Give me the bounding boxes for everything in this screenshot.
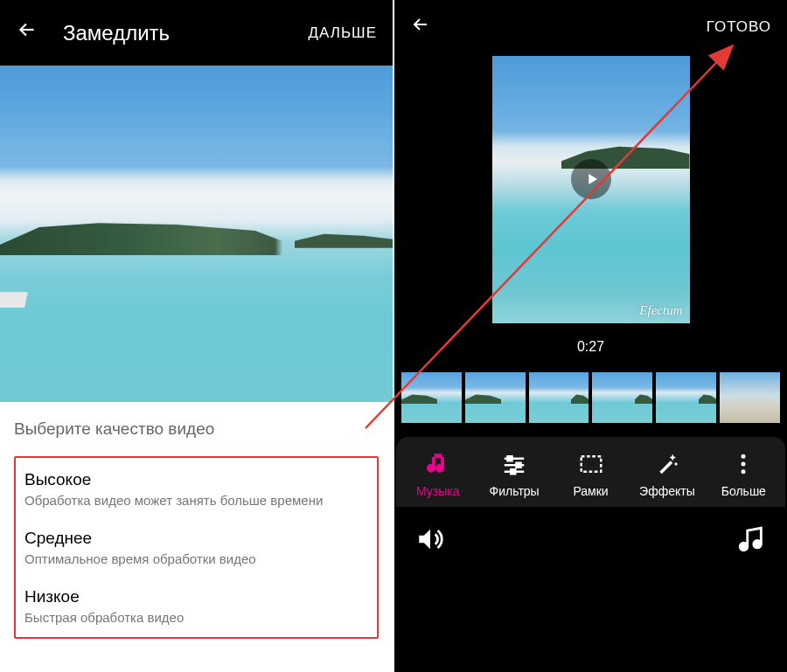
tool-effects[interactable]: Эффекты	[629, 449, 705, 498]
done-button[interactable]: ГОТОВО	[707, 18, 771, 36]
back-arrow-icon[interactable]	[16, 18, 38, 47]
screen-title: Замедлить	[63, 21, 170, 45]
volume-icon[interactable]	[415, 524, 445, 558]
frame-icon	[553, 449, 629, 479]
svg-point-9	[742, 469, 746, 474]
more-vertical-icon	[706, 449, 782, 479]
thumbnail[interactable]	[401, 372, 462, 423]
svg-rect-1	[508, 456, 512, 461]
tool-bar: Музыка Фильтры Рамки	[396, 437, 785, 507]
quality-option-low[interactable]: Низкое Быстрая обработка видео	[24, 587, 368, 625]
quality-panel-title: Выберите качество видео	[14, 419, 379, 439]
thumbnail[interactable]	[592, 372, 652, 423]
editor-screen: ГОТОВО Efectum 0:27 Музыка	[394, 0, 787, 672]
next-button[interactable]: ДАЛЬШЕ	[309, 24, 377, 42]
thumbnail[interactable]	[656, 372, 716, 423]
quality-option-medium[interactable]: Среднее Оптимальное время обработки виде…	[24, 529, 368, 566]
magic-wand-icon	[629, 449, 705, 479]
back-arrow-icon[interactable]	[410, 14, 431, 40]
svg-point-10	[740, 543, 748, 551]
filmstrip[interactable]	[394, 355, 787, 437]
option-name: Низкое	[24, 587, 368, 606]
video-preview[interactable]	[0, 66, 393, 402]
thumbnail[interactable]	[529, 372, 589, 423]
music-note-icon	[400, 449, 476, 479]
thumbnail[interactable]	[720, 372, 780, 423]
quality-select-screen: Замедлить ДАЛЬШЕ Выберите качество видео…	[0, 0, 394, 672]
svg-point-8	[742, 462, 746, 467]
option-name: Среднее	[24, 529, 368, 548]
tool-more[interactable]: Больше	[706, 449, 782, 498]
svg-point-7	[742, 454, 746, 459]
option-name: Высокое	[24, 470, 368, 489]
tool-label: Эффекты	[629, 484, 705, 498]
video-preview[interactable]: Efectum	[492, 56, 690, 323]
svg-rect-6	[581, 456, 601, 472]
option-desc: Быстрая обработка видео	[24, 610, 368, 625]
play-button[interactable]	[571, 159, 611, 199]
preview-area: Efectum	[394, 54, 787, 323]
tool-label: Музыка	[400, 484, 476, 498]
watermark: Efectum	[639, 303, 682, 318]
tool-filters[interactable]: Фильтры	[476, 449, 552, 498]
svg-point-11	[754, 540, 762, 548]
quality-options: Высокое Обработка видео может занять бол…	[14, 456, 379, 639]
preview-decor	[295, 231, 393, 248]
thumbnail[interactable]	[465, 372, 526, 423]
tool-frames[interactable]: Рамки	[553, 449, 629, 498]
option-desc: Оптимальное время обработки видео	[24, 551, 368, 566]
tool-label: Рамки	[553, 484, 629, 498]
tool-music[interactable]: Музыка	[400, 449, 476, 498]
svg-rect-3	[517, 463, 521, 468]
bottom-bar	[394, 507, 787, 580]
quality-option-high[interactable]: Высокое Обработка видео может занять бол…	[24, 470, 368, 508]
tool-label: Больше	[706, 484, 782, 498]
tool-label: Фильтры	[476, 484, 552, 498]
sliders-icon	[476, 449, 552, 479]
playback-time: 0:27	[394, 339, 787, 355]
header: Замедлить ДАЛЬШЕ	[0, 0, 393, 66]
quality-panel: Выберите качество видео Высокое Обработк…	[0, 402, 393, 672]
music-add-icon[interactable]	[736, 524, 766, 558]
preview-decor	[0, 281, 35, 308]
header: ГОТОВО	[394, 0, 787, 54]
option-desc: Обработка видео может занять больше врем…	[24, 493, 368, 508]
svg-rect-5	[511, 469, 515, 474]
